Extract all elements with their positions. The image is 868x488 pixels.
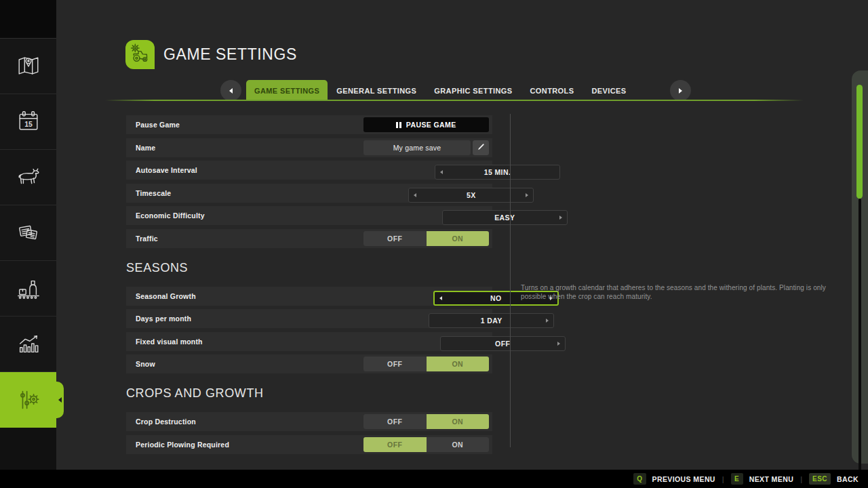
sidebar: 15 [0,0,56,470]
setting-row-name: Name My game save [126,138,492,157]
tractor-gear-icon [129,42,152,68]
tabs-next-button[interactable] [670,80,691,101]
scrollbar-track[interactable] [859,199,861,488]
economic-difficulty-stepper[interactable]: EASY [442,210,568,225]
name-label: Name [136,144,155,152]
crop-destruction-off-option[interactable]: OFF [363,414,427,429]
fixed-visual-month-label: Fixed visual month [136,338,203,346]
hint-back: ESC BACK [809,473,859,485]
seasonal-growth-label: Seasonal Growth [136,292,196,300]
increase-arrow-icon[interactable] [521,188,533,202]
seasonal-growth-value: NO [490,294,502,302]
sidebar-item-finances[interactable] [0,205,56,261]
crop-destruction-label: Crop Destruction [136,418,196,426]
crop-destruction-toggle: OFF ON [363,414,489,429]
page-title: GAME SETTINGS [163,45,297,64]
economic-difficulty-label: Economic Difficulty [136,211,205,220]
traffic-toggle: OFF ON [363,231,489,246]
decrease-arrow-icon[interactable] [409,188,421,202]
settings-sliders-gear-icon [16,387,41,413]
sidebar-item-map[interactable] [0,39,56,94]
pencil-icon [477,142,485,152]
setting-row-periodic-plowing: Periodic Plowing Required OFF ON [126,435,492,454]
bar-chart-icon [16,331,41,357]
panel-divider [510,114,511,447]
key-q: Q [633,473,646,485]
tab-controls[interactable]: CONTROLS [521,80,583,101]
key-e: E [731,473,743,485]
autosave-interval-value: 15 MIN. [484,168,511,176]
section-title-seasons: SEASONS [126,259,492,277]
setting-row-snow: Snow OFF ON [126,354,492,373]
increase-arrow-icon[interactable] [555,211,567,224]
tab-graphic-settings[interactable]: GRAPHIC SETTINGS [425,80,521,101]
crop-destruction-on-option[interactable]: ON [427,414,490,429]
hint-back-label: BACK [837,475,859,483]
autosave-interval-label: Autosave Interval [136,166,197,174]
snow-label: Snow [136,360,155,368]
chevron-right-icon [679,88,682,94]
pause-game-button[interactable]: PAUSE GAME [363,117,489,132]
days-per-month-label: Days per month [136,314,191,323]
decrease-arrow-icon[interactable] [435,292,447,304]
factory-icon [16,276,41,302]
setting-row-days-per-month: Days per month 1 DAY [126,309,492,328]
setting-row-timescale: Timescale 5X [126,184,492,203]
periodic-plowing-on-option[interactable]: ON [427,437,490,452]
sidebar-top-spacer [0,0,56,39]
timescale-stepper[interactable]: 5X [408,188,534,203]
days-per-month-value: 1 DAY [481,317,502,325]
setting-row-crop-destruction: Crop Destruction OFF ON [126,412,492,431]
days-per-month-stepper[interactable]: 1 DAY [429,313,554,328]
game-settings-screen: 15 [0,0,868,488]
pause-game-label: Pause Game [136,121,180,129]
save-name-field: My game save [363,140,489,155]
sidebar-item-statistics[interactable] [0,317,56,372]
tabs-previous-button[interactable] [220,80,241,101]
sidebar-item-calendar[interactable]: 15 [0,94,56,150]
setting-row-pause-game: Pause Game PAUSE GAME [126,115,492,134]
scrollbar [852,70,868,464]
tab-underline [105,100,804,101]
tab-general-settings[interactable]: GENERAL SETTINGS [328,80,425,101]
key-esc: ESC [809,473,831,485]
fixed-visual-month-value: OFF [495,340,510,348]
snow-on-option[interactable]: ON [427,357,490,371]
hint-separator: | [800,475,802,483]
page-icon [125,40,155,69]
pause-game-button-label: PAUSE GAME [406,121,456,129]
periodic-plowing-toggle: OFF ON [363,437,489,452]
tab-devices[interactable]: DEVICES [583,80,635,101]
economic-difficulty-value: EASY [494,214,515,222]
sidebar-item-production[interactable] [0,261,56,317]
periodic-plowing-off-option[interactable]: OFF [363,437,427,452]
increase-arrow-icon[interactable] [541,314,553,327]
pause-icon [396,122,401,128]
scrollbar-thumb[interactable] [856,85,863,199]
timescale-label: Timescale [136,189,171,197]
setting-row-fixed-visual-month: Fixed visual month OFF [126,332,492,351]
setting-row-traffic: Traffic OFF ON [126,229,492,248]
fixed-visual-month-stepper[interactable]: OFF [440,336,566,351]
hint-next-menu: E NEXT MENU [731,473,793,485]
autosave-interval-stepper[interactable]: 15 MIN. [435,165,560,180]
map-icon [16,54,41,79]
sidebar-item-game-settings[interactable] [0,372,56,428]
periodic-plowing-label: Periodic Plowing Required [136,441,229,449]
sidebar-item-animals[interactable] [0,150,56,205]
chevron-left-icon [229,88,233,94]
edit-name-button[interactable] [473,140,489,155]
setting-row-seasonal-growth: Seasonal Growth NO [126,287,492,306]
hint-next-menu-label: NEXT MENU [749,475,793,483]
increase-arrow-icon[interactable] [553,337,565,350]
snow-off-option[interactable]: OFF [363,357,427,371]
settings-list: Pause Game PAUSE GAME Name My game save … [126,115,492,458]
tab-game-settings[interactable]: GAME SETTINGS [246,80,328,101]
footer-bar: Q PREVIOUS MENU | E NEXT MENU | ESC BACK [0,470,868,488]
traffic-off-option[interactable]: OFF [363,231,427,246]
decrease-arrow-icon[interactable] [435,165,448,179]
traffic-on-option[interactable]: ON [427,231,490,246]
cow-icon [16,165,41,190]
save-name-value[interactable]: My game save [363,140,471,155]
traffic-label: Traffic [136,235,158,243]
